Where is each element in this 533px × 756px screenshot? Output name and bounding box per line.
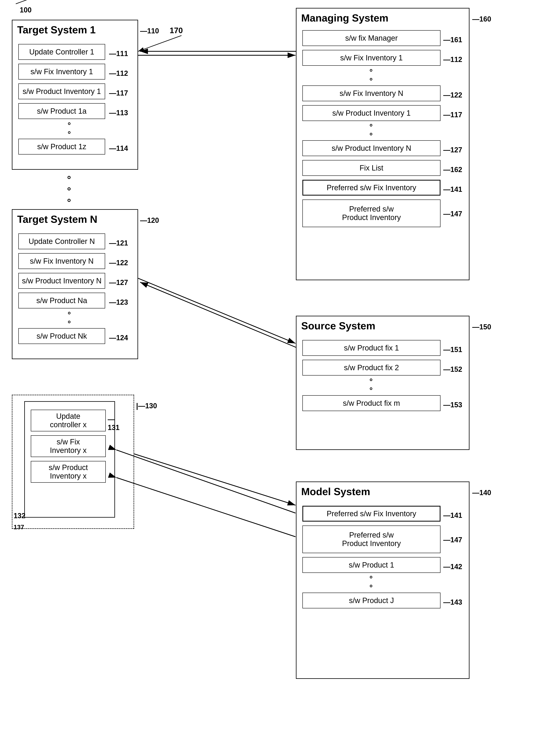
swfi1-m-box: s/w Fix Inventory 1 (303, 50, 440, 66)
diagram: 100 Target System 1 Update Controller 1 … (0, 0, 533, 756)
ref-111: —111 (109, 49, 128, 58)
spf1-box: s/w Product fix 1 (303, 340, 440, 356)
fixlist-box: Fix List (303, 160, 440, 176)
main-ref-label: 100 (20, 6, 32, 14)
swfm-box: s/w fix Manager (303, 30, 440, 46)
ref-152: —152 (443, 365, 462, 374)
target-system-x-inner-box: Updatecontroller x —131 s/w FixInventory… (24, 401, 115, 518)
target-system-1-box: Target System 1 Update Controller 1 —111… (12, 20, 138, 170)
ref-161: —161 (443, 36, 462, 44)
managing-system-box: Managing System s/w fix Manager —161 s/w… (296, 8, 469, 280)
svg-text:170: 170 (170, 26, 183, 35)
ref-121: —121 (109, 239, 128, 247)
svg-line-7 (138, 278, 296, 343)
ref-143: —143 (443, 598, 462, 607)
ref-142: —142 (443, 563, 462, 571)
update-controller-1-box: Update Controller 1 (18, 44, 105, 60)
ref-113: —113 (109, 109, 128, 117)
pswfi-m-box: Preferred s/w Fix Inventory (303, 180, 440, 196)
swpNa-box: s/w Product Na (18, 293, 105, 309)
target-system-x-box: Updatecontroller x —131 s/w FixInventory… (12, 395, 134, 529)
ref-147-m: —147 (443, 210, 462, 218)
ref-153: —153 (443, 401, 462, 409)
ref-141-mod: —141 (443, 511, 462, 520)
target-system-n-title: Target System N (13, 210, 138, 227)
target-system-n-box: Target System N Update Controller N —121… (12, 209, 138, 359)
pswpi-m-box: Preferred s/wProduct Inventory (303, 200, 440, 227)
ref-131: —131 (108, 415, 120, 432)
ref-123: —123 (109, 298, 128, 307)
ref-122-tn: —122 (109, 259, 128, 267)
ref-114: —114 (109, 144, 128, 152)
dots-between-targets: °°° (67, 174, 71, 208)
swpi1-m-box: s/w Product Inventory 1 (303, 105, 440, 121)
pswfi-mod-box: Preferred s/w Fix Inventory (303, 506, 440, 522)
ref-141-m: —141 (443, 185, 462, 194)
ref-162: —162 (443, 166, 462, 174)
svg-line-9 (117, 450, 296, 513)
swpiN-m-box: s/w Product Inventory N (303, 140, 440, 156)
ref-124: —124 (109, 334, 128, 342)
ref-127-m: —127 (443, 146, 462, 154)
target-system-1-title: Target System 1 (13, 20, 138, 38)
ref-117-t1: —117 (109, 89, 128, 97)
ucX-box: Updatecontroller x (31, 410, 106, 431)
ref-147-mod: —147 (443, 536, 462, 544)
source-system-title: Source System (297, 316, 469, 334)
ref-112-m: —112 (443, 55, 462, 64)
swpNk-box: s/w Product Nk (18, 328, 105, 344)
spf2-box: s/w Product fix 2 (303, 360, 440, 376)
ref-117-m: —117 (443, 111, 462, 119)
swfiN-m-box: s/w Fix Inventory N (303, 86, 440, 101)
svg-line-10 (117, 477, 296, 537)
swfiN-box: s/w Fix Inventory N (18, 253, 105, 269)
managing-system-title: Managing System (297, 9, 469, 26)
swp1a-box: s/w Product 1a (18, 103, 105, 119)
svg-line-8 (140, 282, 296, 347)
spiX-box: s/w ProductInventory x (31, 461, 106, 483)
ref-127-tn: —127 (109, 279, 128, 287)
swp1-mod-box: s/w Product 1 (303, 557, 440, 573)
ref-122-m: —122 (443, 91, 462, 99)
swp1z-box: s/w Product 1z (18, 139, 105, 154)
swpi1-box: s/w Product Inventory 1 (18, 84, 105, 99)
ref-137: 137 (13, 524, 24, 531)
ref-112-t1: —112 (109, 69, 128, 78)
ref-140: —140 (472, 489, 491, 497)
swfi1-box: s/w Fix Inventory 1 (18, 64, 105, 80)
spfm-box: s/w Product fix m (303, 395, 440, 411)
ref-130: |—130 (136, 402, 157, 410)
source-system-box: Source System s/w Product fix 1 —151 s/w… (296, 316, 469, 450)
svg-line-11 (134, 454, 296, 505)
ref-120: —120 (140, 216, 159, 225)
update-controller-n-box: Update Controller N (18, 233, 105, 249)
model-system-title: Model System (297, 482, 469, 500)
pswpi-mod-box: Preferred s/wProduct Inventory (303, 526, 440, 553)
model-system-box: Model System Preferred s/w Fix Inventory… (296, 481, 469, 679)
ref-150: —150 (472, 323, 491, 331)
swpJ-mod-box: s/w Product J (303, 593, 440, 608)
ref-151: —151 (443, 345, 462, 354)
sfixX-box: s/w FixInventory x (31, 435, 106, 457)
swpiN-box: s/w Product Inventory N (18, 273, 105, 289)
ref-160: —160 (472, 15, 491, 23)
ref-110: —110 (140, 27, 159, 35)
ref-132: 132 (13, 512, 25, 520)
svg-line-5 (138, 36, 181, 51)
